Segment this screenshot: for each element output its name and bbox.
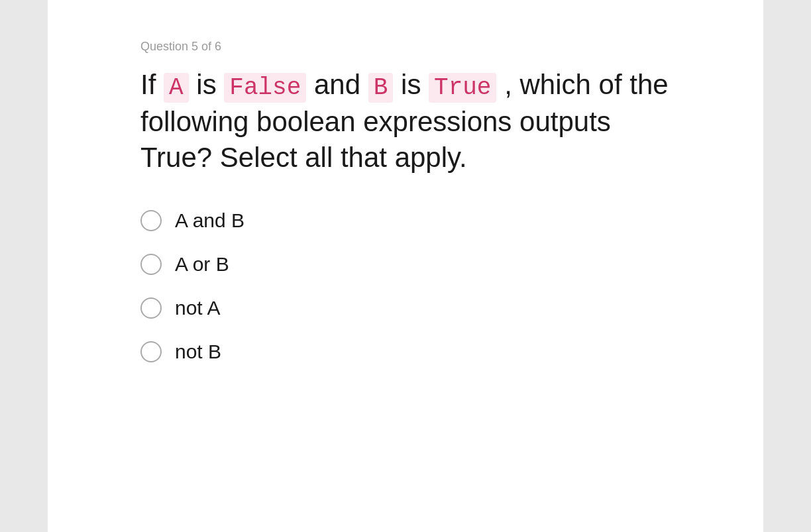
radio-button-4[interactable] <box>140 341 162 362</box>
question-counter: Question 5 of 6 <box>140 40 684 54</box>
option-label-1: A and B <box>175 209 244 232</box>
option-label-4: not B <box>175 341 221 363</box>
quiz-card: Question 5 of 6 If A is False and B is T… <box>48 0 763 532</box>
options-list: A and B A or B not A not B <box>140 209 684 363</box>
value-true: True <box>429 73 496 103</box>
variable-b: B <box>368 73 394 103</box>
radio-button-3[interactable] <box>140 297 162 319</box>
question-is1: is <box>196 69 216 100</box>
option-item-1[interactable]: A and B <box>140 209 684 232</box>
radio-button-1[interactable] <box>140 210 162 231</box>
question-and: and <box>314 69 360 100</box>
question-text: If A is False and B is True , which of t… <box>140 67 684 176</box>
value-false: False <box>224 73 306 103</box>
option-label-3: not A <box>175 297 220 319</box>
variable-a: A <box>164 73 189 103</box>
question-is2: is <box>401 69 421 100</box>
option-label-2: A or B <box>175 253 229 276</box>
option-item-4[interactable]: not B <box>140 341 684 363</box>
option-item-3[interactable]: not A <box>140 297 684 319</box>
radio-button-2[interactable] <box>140 254 162 275</box>
question-if: If <box>140 69 156 100</box>
option-item-2[interactable]: A or B <box>140 253 684 276</box>
